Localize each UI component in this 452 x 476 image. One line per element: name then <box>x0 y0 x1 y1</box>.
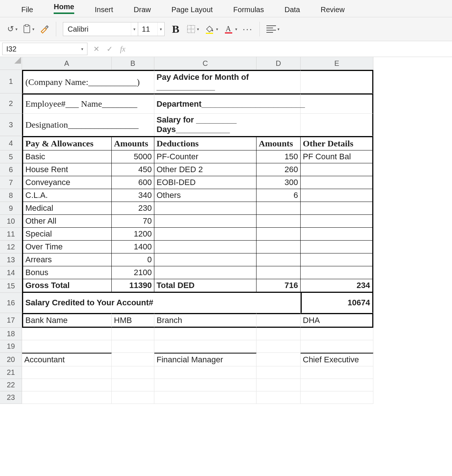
other-total[interactable]: 234 <box>301 279 373 293</box>
fx-button[interactable]: fx <box>116 45 129 53</box>
cell[interactable] <box>154 391 257 404</box>
other-item[interactable] <box>301 241 373 253</box>
row-header[interactable]: 3 <box>0 114 22 136</box>
bold-button[interactable]: B <box>170 23 182 35</box>
tab-formulas[interactable]: Formulas <box>223 2 274 17</box>
ded-item[interactable]: Others <box>154 189 257 202</box>
row-header[interactable]: 19 <box>0 340 22 353</box>
paste-button[interactable]: ▾ <box>23 24 35 34</box>
tab-draw[interactable]: Draw <box>123 2 161 17</box>
header-amounts2[interactable]: Amounts <box>257 136 301 150</box>
bank-label[interactable]: Bank Name <box>22 313 112 328</box>
row-header[interactable]: 1 <box>0 70 22 93</box>
cell[interactable] <box>154 340 257 353</box>
ded-amount[interactable] <box>257 253 301 266</box>
pay-item[interactable]: Medical <box>22 202 112 215</box>
gross-total-amount[interactable]: 11390 <box>112 279 154 293</box>
row-header[interactable]: 2 <box>0 93 22 114</box>
ded-item[interactable]: PF-Counter <box>154 150 257 163</box>
ded-amount[interactable] <box>257 266 301 279</box>
other-item[interactable]: PF Count Bal <box>301 150 373 163</box>
tab-review[interactable]: Review <box>310 2 355 17</box>
more-button[interactable]: ··· <box>243 24 253 35</box>
row-header[interactable]: 17 <box>0 313 22 328</box>
pay-item[interactable]: Basic <box>22 150 112 163</box>
cell[interactable] <box>22 340 112 353</box>
pay-amount[interactable]: 70 <box>112 215 154 228</box>
row-header[interactable]: 22 <box>0 379 22 391</box>
tab-insert[interactable]: Insert <box>85 2 123 17</box>
header-deductions[interactable]: Deductions <box>154 136 257 150</box>
chevron-down-icon[interactable]: ▾ <box>81 47 83 51</box>
pay-item[interactable]: Conveyance <box>22 176 112 189</box>
tab-file[interactable]: File <box>11 2 43 17</box>
align-button[interactable]: ▾ <box>266 25 280 33</box>
signature-accountant[interactable]: Accountant <box>22 353 112 366</box>
cell[interactable] <box>301 366 373 379</box>
pay-item[interactable]: Arrears <box>22 253 112 266</box>
pay-amount[interactable]: 1400 <box>112 241 154 253</box>
pay-amount[interactable]: 1200 <box>112 228 154 241</box>
font-selector[interactable]: Calibri ▾ 11 ▾ <box>63 22 165 36</box>
salary-for-line[interactable]: Salary for _________ Days____________ <box>154 114 301 136</box>
pay-item[interactable]: Over Time <box>22 241 112 253</box>
cell[interactable] <box>154 366 257 379</box>
company-name-label[interactable]: (Company Name:___________) <box>22 70 154 93</box>
header-pay-allow[interactable]: Pay & Allowances <box>22 136 112 150</box>
cell[interactable] <box>301 340 373 353</box>
cell[interactable] <box>301 379 373 391</box>
cell[interactable] <box>257 391 301 404</box>
ded-amount[interactable]: 260 <box>257 163 301 176</box>
row-header[interactable]: 16 <box>0 293 22 313</box>
row-header[interactable]: 12 <box>0 241 22 253</box>
cell[interactable] <box>301 70 373 93</box>
col-header-E[interactable]: E <box>301 57 373 70</box>
pay-amount[interactable]: 230 <box>112 202 154 215</box>
cancel-button[interactable]: ✕ <box>90 45 103 53</box>
format-painter-button[interactable] <box>40 24 49 34</box>
branch-label[interactable]: Branch <box>154 313 257 328</box>
other-item[interactable] <box>301 228 373 241</box>
cell[interactable] <box>257 366 301 379</box>
row-header[interactable]: 6 <box>0 163 22 176</box>
cell[interactable] <box>257 353 301 366</box>
cell[interactable] <box>112 391 154 404</box>
ded-item[interactable]: EOBI-DED <box>154 176 257 189</box>
cell[interactable] <box>301 391 373 404</box>
cell[interactable] <box>257 340 301 353</box>
row-header[interactable]: 20 <box>0 353 22 366</box>
cell[interactable] <box>22 328 112 340</box>
pay-amount[interactable]: 340 <box>112 189 154 202</box>
cell[interactable] <box>257 379 301 391</box>
other-item[interactable] <box>301 253 373 266</box>
select-all-triangle[interactable] <box>0 57 22 70</box>
tab-page-layout[interactable]: Page Layout <box>161 2 223 17</box>
tab-home[interactable]: Home <box>43 0 85 17</box>
ded-item[interactable]: Other DED 2 <box>154 163 257 176</box>
ded-amount[interactable] <box>257 202 301 215</box>
row-header[interactable]: 7 <box>0 176 22 189</box>
chevron-down-icon[interactable]: ▾ <box>131 22 138 36</box>
ded-amount[interactable] <box>257 228 301 241</box>
pay-amount[interactable]: 600 <box>112 176 154 189</box>
ded-item[interactable] <box>154 215 257 228</box>
other-item[interactable] <box>301 176 373 189</box>
cell[interactable] <box>112 353 154 366</box>
borders-button[interactable]: ▾ <box>187 25 199 33</box>
pay-amount[interactable]: 2100 <box>112 266 154 279</box>
fill-color-button[interactable]: ▾ <box>204 24 218 34</box>
font-color-button[interactable]: A ▾ <box>223 24 237 34</box>
bank-name[interactable]: HMB <box>112 313 154 328</box>
cell[interactable] <box>257 313 301 328</box>
cell[interactable] <box>112 366 154 379</box>
signature-fin-manager[interactable]: Financial Manager <box>154 353 257 366</box>
credited-label[interactable]: Salary Credited to Your Account# <box>22 293 301 313</box>
cell[interactable] <box>112 379 154 391</box>
cell[interactable] <box>301 114 373 136</box>
pay-advice-title[interactable]: Pay Advice for Month of _____________ <box>154 70 301 93</box>
total-ded-label[interactable]: Total DED <box>154 279 257 293</box>
branch-name[interactable]: DHA <box>301 313 373 328</box>
cell[interactable] <box>22 366 112 379</box>
pay-item[interactable]: C.L.A. <box>22 189 112 202</box>
signature-chief-exec[interactable]: Chief Executive <box>301 353 373 366</box>
